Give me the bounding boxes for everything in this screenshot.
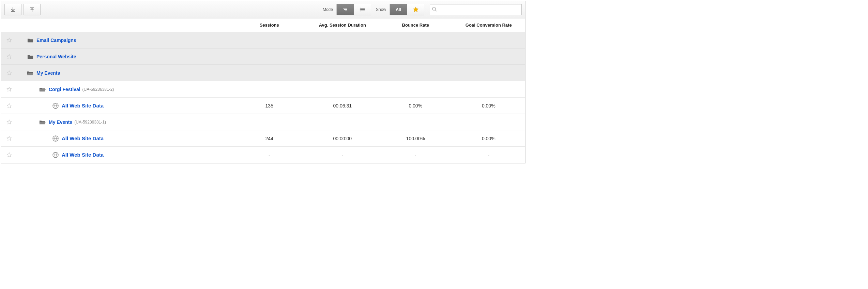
column-name bbox=[1, 21, 233, 29]
svg-point-3 bbox=[360, 8, 361, 9]
view-row: All Web Site Data 244 00:00:00 100.00% 0… bbox=[1, 130, 525, 147]
mode-tree-button[interactable] bbox=[337, 4, 354, 15]
star-icon bbox=[413, 6, 419, 13]
star-outline-icon bbox=[6, 119, 12, 125]
column-bounce-rate: Bounce Rate bbox=[379, 18, 452, 32]
view-link[interactable]: All Web Site Data bbox=[62, 135, 104, 141]
column-avg-duration: Avg. Session Duration bbox=[306, 18, 379, 32]
cell-sessions: - bbox=[233, 152, 306, 158]
collapse-all-button[interactable] bbox=[24, 4, 41, 15]
cell-bounce-rate: 0.00% bbox=[379, 103, 452, 109]
account-row: Personal Website bbox=[1, 48, 525, 65]
star-toggle[interactable] bbox=[4, 119, 14, 125]
cell-sessions: 135 bbox=[233, 103, 306, 109]
star-outline-icon bbox=[6, 54, 12, 60]
star-outline-icon bbox=[6, 70, 12, 76]
cell-avg-duration: - bbox=[306, 152, 379, 158]
property-id: (UA-59236381-2) bbox=[82, 87, 114, 92]
view-link[interactable]: All Web Site Data bbox=[62, 103, 104, 109]
cell-avg-duration: 00:00:00 bbox=[306, 136, 379, 141]
account-link[interactable]: My Events bbox=[36, 70, 60, 76]
star-toggle[interactable] bbox=[4, 152, 14, 158]
star-toggle[interactable] bbox=[4, 103, 14, 109]
star-outline-icon bbox=[6, 135, 12, 142]
star-outline-icon bbox=[6, 152, 12, 158]
toolbar: Mode Show All bbox=[1, 1, 525, 18]
svg-rect-2 bbox=[345, 11, 347, 11]
svg-rect-4 bbox=[361, 8, 365, 9]
show-starred-button[interactable] bbox=[407, 4, 424, 15]
globe-icon bbox=[51, 135, 60, 142]
cell-bounce-rate: 100.00% bbox=[379, 136, 452, 141]
folder-open-icon bbox=[39, 119, 47, 125]
mode-list-button[interactable] bbox=[354, 4, 371, 15]
svg-rect-1 bbox=[344, 9, 347, 10]
column-sessions: Sessions bbox=[233, 18, 306, 32]
globe-icon bbox=[51, 102, 60, 109]
folder-open-icon bbox=[39, 87, 47, 92]
show-toggle: All bbox=[390, 4, 424, 15]
account-link[interactable]: Email Campaigns bbox=[36, 38, 76, 43]
show-label: Show bbox=[376, 7, 386, 12]
property-row: My Events (UA-59236381-1) bbox=[1, 114, 525, 130]
view-row: All Web Site Data 135 00:06:31 0.00% 0.0… bbox=[1, 98, 525, 114]
svg-rect-6 bbox=[361, 9, 365, 10]
search-input[interactable] bbox=[430, 4, 522, 15]
flat-list-icon bbox=[359, 7, 365, 12]
cell-goal-conv: 0.00% bbox=[452, 103, 526, 109]
svg-line-10 bbox=[435, 10, 437, 11]
folder-open-icon bbox=[26, 70, 34, 76]
cell-sessions: 244 bbox=[233, 136, 306, 141]
svg-rect-8 bbox=[361, 11, 365, 11]
cell-avg-duration: 00:06:31 bbox=[306, 103, 379, 109]
property-link[interactable]: Corgi Festival bbox=[49, 87, 80, 92]
folder-icon bbox=[26, 38, 34, 43]
svg-point-9 bbox=[432, 7, 436, 10]
mode-toggle bbox=[336, 4, 371, 15]
show-all-button[interactable]: All bbox=[390, 4, 407, 15]
cell-goal-conv: - bbox=[452, 152, 526, 158]
view-link[interactable]: All Web Site Data bbox=[62, 152, 104, 158]
star-toggle[interactable] bbox=[4, 37, 14, 43]
star-toggle[interactable] bbox=[4, 86, 14, 92]
star-toggle[interactable] bbox=[4, 70, 14, 76]
arrow-up-bar-icon bbox=[29, 7, 35, 12]
column-header-row: Sessions Avg. Session Duration Bounce Ra… bbox=[1, 18, 525, 32]
property-id: (UA-59236381-1) bbox=[74, 120, 106, 125]
svg-point-5 bbox=[360, 9, 361, 10]
view-row: All Web Site Data - - - - bbox=[1, 147, 525, 163]
tree-list-icon bbox=[342, 7, 348, 12]
expand-all-button[interactable] bbox=[4, 4, 21, 15]
account-row: Email Campaigns bbox=[1, 32, 525, 48]
column-goal-conv: Goal Conversion Rate bbox=[452, 18, 526, 32]
star-toggle[interactable] bbox=[4, 135, 14, 142]
star-outline-icon bbox=[6, 86, 12, 92]
star-toggle[interactable] bbox=[4, 54, 14, 60]
mode-label: Mode bbox=[323, 7, 333, 12]
account-link[interactable]: Personal Website bbox=[36, 54, 76, 59]
property-link[interactable]: My Events bbox=[49, 119, 72, 125]
star-outline-icon bbox=[6, 37, 12, 43]
globe-icon bbox=[51, 151, 60, 158]
cell-goal-conv: 0.00% bbox=[452, 136, 526, 141]
property-row: Corgi Festival (UA-59236381-2) bbox=[1, 81, 525, 98]
cell-bounce-rate: - bbox=[379, 152, 452, 158]
account-row: My Events bbox=[1, 65, 525, 81]
folder-icon bbox=[26, 54, 34, 59]
star-outline-icon bbox=[6, 103, 12, 109]
search-wrap bbox=[430, 4, 522, 15]
svg-point-7 bbox=[360, 11, 361, 11]
svg-rect-0 bbox=[343, 8, 347, 9]
arrow-down-bar-icon bbox=[10, 7, 16, 12]
search-icon bbox=[432, 6, 437, 13]
